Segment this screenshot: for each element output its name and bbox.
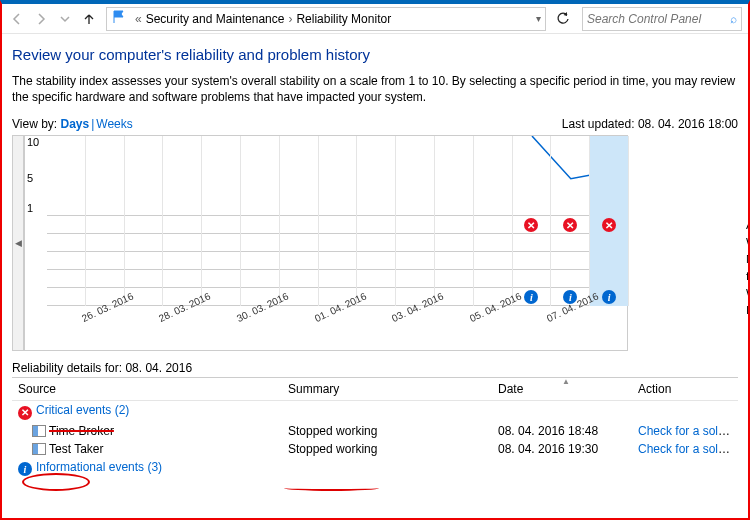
event-cell[interactable]	[474, 234, 513, 252]
breadcrumb-dropdown-icon[interactable]: ▾	[536, 13, 541, 24]
chart-column[interactable]	[163, 136, 202, 216]
breadcrumb-item[interactable]: Reliability Monitor	[296, 12, 391, 26]
event-cell[interactable]	[47, 234, 86, 252]
group-row[interactable]: ✕Critical events (2)	[12, 401, 738, 422]
event-cell[interactable]	[202, 216, 241, 234]
view-by-weeks[interactable]: Weeks	[96, 117, 132, 131]
event-cell[interactable]	[86, 252, 125, 270]
event-cell[interactable]	[47, 288, 86, 306]
chart-column[interactable]	[590, 136, 629, 216]
event-cell[interactable]	[396, 234, 435, 252]
chart-column[interactable]	[396, 136, 435, 216]
breadcrumb-overflow[interactable]: «	[135, 12, 142, 26]
event-cell[interactable]	[435, 234, 474, 252]
event-cell[interactable]	[202, 252, 241, 270]
col-date[interactable]: ▲Date	[492, 378, 632, 401]
check-solution-link[interactable]: Check for a solution	[638, 424, 738, 438]
chart-column[interactable]	[551, 136, 590, 216]
event-cell[interactable]	[357, 252, 396, 270]
chart-column[interactable]	[319, 136, 358, 216]
event-cell[interactable]	[241, 234, 280, 252]
col-source[interactable]: Source	[12, 378, 282, 401]
event-cell[interactable]	[319, 234, 358, 252]
event-cell[interactable]	[590, 252, 629, 270]
event-cell[interactable]	[513, 270, 552, 288]
event-cell[interactable]	[590, 234, 629, 252]
refresh-button[interactable]	[552, 8, 574, 30]
group-label[interactable]: Critical events	[36, 403, 111, 417]
event-cell[interactable]	[47, 216, 86, 234]
event-cell[interactable]	[202, 234, 241, 252]
event-cell[interactable]	[280, 252, 319, 270]
chart-column[interactable]	[435, 136, 474, 216]
col-action[interactable]: Action	[632, 378, 738, 401]
event-cell[interactable]	[47, 270, 86, 288]
chart-column[interactable]	[241, 136, 280, 216]
event-cell[interactable]	[435, 216, 474, 234]
event-cell[interactable]	[435, 270, 474, 288]
col-summary[interactable]: Summary	[282, 378, 492, 401]
event-cell[interactable]: ✕	[513, 216, 552, 234]
event-cell[interactable]	[86, 270, 125, 288]
event-cell[interactable]	[280, 270, 319, 288]
event-cell[interactable]	[280, 216, 319, 234]
chart-line-area[interactable]	[47, 136, 627, 216]
event-cell[interactable]: ✕	[590, 216, 629, 234]
event-cell[interactable]	[590, 270, 629, 288]
event-cell[interactable]	[163, 270, 202, 288]
chart-column[interactable]	[202, 136, 241, 216]
table-row[interactable]: Time BrokerStopped working08. 04. 2016 1…	[12, 422, 738, 440]
event-cell[interactable]	[125, 252, 164, 270]
event-cell[interactable]	[241, 270, 280, 288]
breadcrumb[interactable]: « Security and Maintenance › Reliability…	[106, 7, 546, 31]
event-cell[interactable]	[163, 234, 202, 252]
event-cell[interactable]	[125, 270, 164, 288]
chart-column[interactable]	[125, 136, 164, 216]
event-cell[interactable]	[435, 252, 474, 270]
event-cell[interactable]	[551, 234, 590, 252]
event-cell[interactable]	[551, 270, 590, 288]
breadcrumb-item[interactable]: Security and Maintenance	[146, 12, 285, 26]
event-cell[interactable]	[319, 270, 358, 288]
event-cell[interactable]	[86, 216, 125, 234]
event-cell[interactable]	[474, 252, 513, 270]
event-cell[interactable]	[163, 216, 202, 234]
event-cell[interactable]	[357, 216, 396, 234]
event-cell[interactable]: ✕	[551, 216, 590, 234]
event-cell[interactable]	[474, 216, 513, 234]
chart-column[interactable]	[357, 136, 396, 216]
event-cell[interactable]	[319, 252, 358, 270]
check-solution-link[interactable]: Check for a solution	[638, 442, 738, 456]
event-cell[interactable]	[357, 234, 396, 252]
event-cell[interactable]	[474, 270, 513, 288]
event-cell[interactable]	[125, 234, 164, 252]
event-cell[interactable]	[125, 216, 164, 234]
event-cell[interactable]	[163, 252, 202, 270]
up-button[interactable]	[78, 8, 100, 30]
chart-column[interactable]	[280, 136, 319, 216]
event-cell[interactable]	[241, 252, 280, 270]
search-input[interactable]	[587, 12, 730, 26]
chart-column[interactable]	[474, 136, 513, 216]
event-cell[interactable]	[396, 216, 435, 234]
chart-column[interactable]	[86, 136, 125, 216]
reliability-chart[interactable]: 10 5 1 ✕✕✕iii 26. 03. 201628. 03. 201630…	[24, 135, 628, 351]
event-cell[interactable]	[513, 234, 552, 252]
recent-dropdown[interactable]	[54, 8, 76, 30]
event-cell[interactable]	[47, 252, 86, 270]
event-cell[interactable]	[396, 252, 435, 270]
back-button[interactable]	[6, 8, 28, 30]
event-cell[interactable]	[357, 270, 396, 288]
event-cell[interactable]	[86, 234, 125, 252]
search-icon[interactable]: ⌕	[730, 12, 737, 26]
event-cell[interactable]	[241, 216, 280, 234]
event-cell[interactable]	[202, 270, 241, 288]
group-row[interactable]: iInformational events (3)	[12, 458, 738, 479]
event-grid[interactable]: ✕✕✕iii	[47, 216, 627, 306]
event-cell[interactable]	[396, 270, 435, 288]
chart-column[interactable]	[513, 136, 552, 216]
view-by-days[interactable]: Days	[60, 117, 89, 131]
chart-column[interactable]	[47, 136, 86, 216]
event-cell[interactable]	[513, 252, 552, 270]
table-row[interactable]: Test TakerStopped working08. 04. 2016 19…	[12, 440, 738, 458]
